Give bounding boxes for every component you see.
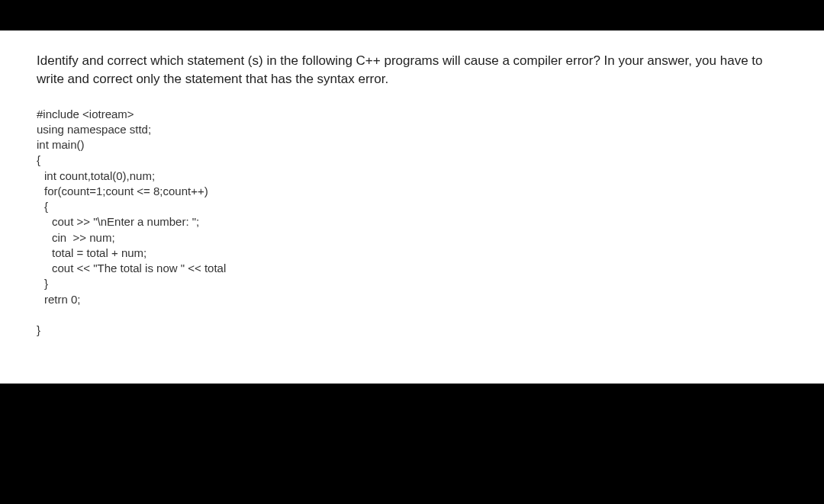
empty-line	[37, 307, 787, 323]
code-line-10: total = total + num;	[37, 246, 787, 261]
code-line-11: cout << "The total is now " << total	[37, 261, 787, 276]
code-line-2: using namespace sttd;	[37, 122, 787, 137]
code-line-8: cout >> "\nEnter a number: ";	[37, 214, 787, 230]
code-line-4: {	[37, 152, 787, 168]
code-line-13: retrn 0;	[37, 292, 787, 307]
question-text: Identify and correct which statement (s)…	[37, 52, 787, 88]
code-line-14: }	[37, 323, 787, 338]
code-line-5: int count,total(0),num;	[37, 169, 787, 184]
code-line-6: for(count=1;count <= 8;count++)	[37, 184, 787, 199]
document-page: Identify and correct which statement (s)…	[0, 30, 824, 384]
code-line-9: cin >> num;	[37, 230, 787, 246]
code-block: #include <iotream> using namespace sttd;…	[37, 107, 787, 339]
code-line-3: int main()	[37, 137, 787, 152]
code-line-7: {	[37, 199, 787, 214]
code-line-1: #include <iotream>	[37, 107, 787, 122]
code-line-12: }	[37, 276, 787, 291]
